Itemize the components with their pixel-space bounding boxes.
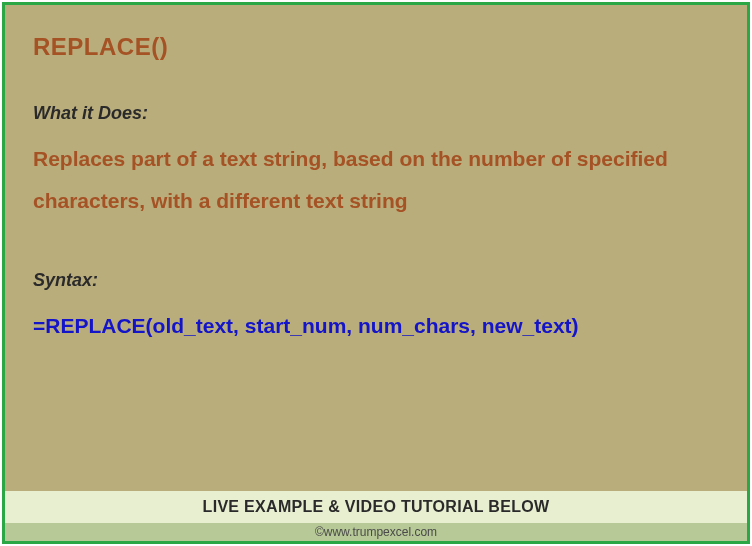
footer-credit: ©www.trumpexcel.com [5,523,747,541]
doc-container: REPLACE() What it Does: Replaces part of… [2,2,750,544]
content-area: REPLACE() What it Does: Replaces part of… [5,5,747,491]
what-it-does-label: What it Does: [33,103,719,124]
function-description: Replaces part of a text string, based on… [33,138,719,222]
function-syntax: =REPLACE(old_text, start_num, num_chars,… [33,305,719,347]
function-title: REPLACE() [33,33,719,61]
syntax-label: Syntax: [33,270,719,291]
tutorial-banner: LIVE EXAMPLE & VIDEO TUTORIAL BELOW [5,491,747,523]
